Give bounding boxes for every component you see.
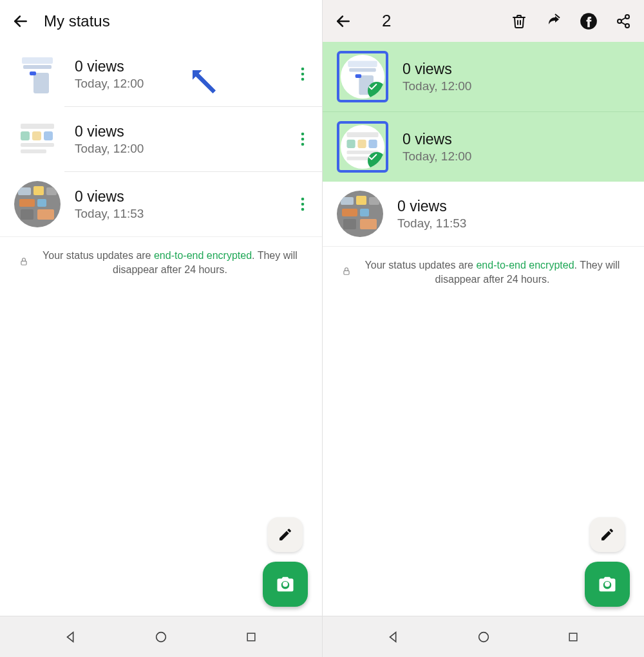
status-thumbnail — [14, 181, 61, 227]
app-bar: My status — [0, 0, 322, 42]
selected-check-icon — [368, 82, 384, 99]
svg-point-14 — [301, 133, 305, 136]
svg-rect-18 — [33, 186, 44, 195]
svg-rect-3 — [33, 73, 49, 93]
svg-point-5 — [301, 68, 305, 71]
status-thumbnail — [337, 191, 383, 237]
arrow-back-icon — [335, 13, 352, 30]
forward-button[interactable] — [542, 10, 565, 33]
nav-recent-button[interactable] — [554, 624, 592, 650]
more-vert-icon — [301, 197, 305, 211]
close-selection-button[interactable] — [332, 10, 355, 33]
compose-text-fab[interactable] — [268, 517, 303, 552]
selection-toolbar: 2 — [323, 0, 644, 42]
svg-rect-45 — [368, 140, 377, 148]
svg-marker-56 — [390, 632, 395, 642]
note-prefix: Your status updates are — [43, 250, 154, 261]
svg-rect-21 — [37, 199, 46, 207]
status-row[interactable]: 0 views Today, 12:00 — [0, 107, 322, 171]
svg-rect-42 — [346, 132, 378, 137]
nav-home-button[interactable] — [142, 624, 180, 650]
camera-fab[interactable] — [263, 562, 308, 607]
status-time: Today, 12:00 — [402, 79, 635, 93]
camera-fab[interactable] — [585, 562, 630, 607]
status-row-text: 0 views Today, 11:53 — [75, 188, 292, 221]
status-row[interactable]: 0 views Today, 11:53 — [323, 182, 644, 246]
forward-icon — [545, 14, 562, 29]
svg-rect-20 — [19, 199, 35, 207]
encrypted-link[interactable]: end-to-end encrypted — [154, 250, 252, 261]
back-button[interactable] — [9, 10, 32, 33]
encryption-text: Your status updates are end-to-end encry… — [37, 249, 303, 278]
row-more-button[interactable] — [292, 64, 313, 84]
pencil-icon — [278, 527, 293, 542]
compose-text-fab[interactable] — [590, 517, 625, 552]
status-views: 0 views — [75, 123, 292, 140]
row-more-button[interactable] — [292, 194, 313, 214]
square-recent-icon — [245, 631, 258, 643]
svg-rect-19 — [46, 187, 57, 195]
svg-rect-11 — [44, 131, 53, 140]
svg-rect-43 — [346, 140, 355, 148]
svg-rect-17 — [18, 187, 31, 195]
svg-point-25 — [301, 203, 305, 206]
status-views: 0 views — [75, 188, 292, 205]
svg-point-6 — [301, 73, 305, 76]
camera-icon — [598, 575, 617, 594]
svg-rect-23 — [37, 209, 54, 220]
status-row[interactable]: 0 views Today, 12:00 — [323, 111, 644, 182]
pane-selection-mode: 2 0 views Today, 12:00 — [322, 0, 644, 657]
facebook-share-button[interactable] — [577, 10, 600, 33]
status-time: Today, 12:00 — [402, 149, 635, 164]
trash-icon — [511, 14, 527, 29]
svg-rect-13 — [21, 149, 46, 153]
lock-icon — [342, 266, 351, 279]
status-time: Today, 12:00 — [75, 142, 292, 156]
status-row-text: 0 views Today, 12:00 — [402, 61, 635, 93]
status-thumbnail — [341, 125, 384, 169]
status-views: 0 views — [75, 58, 292, 75]
pencil-icon — [600, 527, 615, 542]
svg-marker-28 — [68, 632, 73, 642]
svg-point-26 — [301, 208, 305, 211]
svg-point-57 — [478, 632, 488, 642]
status-row[interactable]: 0 views Today, 12:00 — [0, 42, 322, 106]
nav-home-button[interactable] — [464, 624, 503, 650]
status-row-text: 0 views Today, 12:00 — [402, 131, 635, 164]
status-views: 0 views — [402, 61, 635, 78]
svg-rect-1 — [22, 57, 53, 64]
share-button[interactable] — [612, 10, 635, 33]
selection-highlight — [337, 51, 388, 102]
status-row[interactable]: 0 views Today, 12:00 — [323, 42, 644, 111]
svg-rect-50 — [369, 197, 379, 205]
svg-rect-49 — [356, 196, 366, 205]
svg-line-37 — [621, 22, 626, 24]
svg-rect-39 — [349, 68, 376, 72]
svg-rect-38 — [348, 61, 377, 66]
svg-rect-52 — [360, 209, 369, 216]
status-views: 0 views — [402, 131, 635, 148]
status-thumbnail — [14, 116, 61, 162]
svg-rect-2 — [23, 65, 52, 69]
svg-rect-48 — [341, 197, 354, 205]
note-prefix: Your status updates are — [365, 260, 477, 271]
row-more-button[interactable] — [292, 129, 313, 149]
nav-back-button[interactable] — [52, 624, 90, 650]
svg-point-15 — [301, 138, 305, 141]
svg-rect-58 — [569, 633, 577, 641]
encrypted-link[interactable]: end-to-end encrypted — [476, 260, 574, 271]
square-recent-icon — [567, 631, 580, 643]
svg-rect-55 — [344, 271, 349, 275]
svg-rect-10 — [32, 131, 41, 140]
nav-recent-button[interactable] — [232, 624, 270, 650]
status-time: Today, 11:53 — [397, 216, 635, 231]
svg-point-7 — [301, 78, 305, 81]
svg-rect-54 — [360, 219, 377, 229]
status-time: Today, 12:00 — [75, 77, 292, 91]
svg-rect-22 — [21, 209, 33, 220]
status-row[interactable]: 0 views Today, 11:53 — [0, 172, 322, 236]
facebook-icon — [580, 12, 598, 30]
android-nav-bar — [323, 616, 644, 657]
delete-button[interactable] — [507, 10, 531, 33]
nav-back-button[interactable] — [374, 624, 413, 650]
